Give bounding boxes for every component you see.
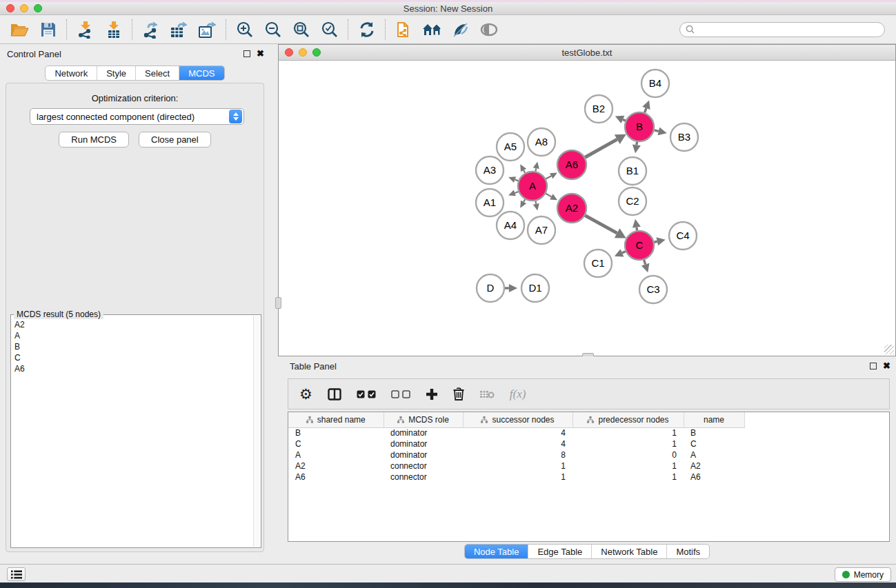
graph-edge-B-B2[interactable]	[623, 119, 626, 121]
show-hide-button[interactable]	[475, 19, 503, 41]
table-row[interactable]: A2connector11A2	[288, 460, 744, 472]
export-image-button[interactable]	[193, 19, 221, 41]
graph-edge-C-C1[interactable]	[622, 252, 626, 253]
deselect-all-button[interactable]	[391, 390, 410, 398]
graph-node-D[interactable]: D	[477, 274, 504, 302]
zoom-selected-button[interactable]	[315, 19, 344, 41]
add-row-button[interactable]	[426, 388, 438, 401]
task-history-button[interactable]	[7, 567, 26, 581]
table-row[interactable]: Adominator80A	[288, 449, 744, 460]
graph-node-C1[interactable]: C1	[584, 250, 612, 277]
graph-node-D1[interactable]: D1	[521, 274, 549, 302]
graph-edge-A-A8[interactable]	[535, 168, 536, 171]
column-header-shared-name[interactable]: shared name	[288, 412, 384, 427]
result-list-item[interactable]: B	[13, 341, 252, 352]
run-mcds-button[interactable]: Run MCDS	[59, 132, 129, 148]
tab-network-table[interactable]: Network Table	[591, 545, 666, 558]
result-list-item[interactable]: A	[13, 330, 252, 341]
table-row[interactable]: Cdominator41C	[288, 438, 744, 449]
optimization-criterion-dropdown[interactable]: largest connected component (directed)	[30, 108, 244, 125]
zoom-out-button[interactable]	[259, 19, 287, 41]
home-layout-button[interactable]	[418, 19, 446, 41]
open-session-button[interactable]	[6, 19, 34, 41]
result-list-item[interactable]: C	[13, 352, 252, 363]
table-row[interactable]: Bdominator41B	[288, 427, 744, 438]
graph-edge-C-C4[interactable]	[654, 241, 657, 242]
tab-style[interactable]: Style	[97, 66, 135, 80]
tab-network[interactable]: Network	[46, 66, 97, 80]
graph-node-A8[interactable]: A8	[528, 128, 555, 156]
close-panel-icon[interactable]: ✖	[257, 50, 264, 57]
graph-node-A3[interactable]: A3	[476, 156, 504, 184]
column-header-successor-nodes[interactable]: successor nodes	[463, 412, 573, 427]
close-panel-button[interactable]: Close panel	[139, 132, 211, 148]
network-canvas[interactable]: B4B2BB3B1C2A5A8A3AA1A4A7A6A2CC1C4C3DD1	[279, 61, 895, 356]
graph-node-A[interactable]: A	[518, 172, 547, 201]
float-panel-icon[interactable]	[243, 50, 250, 57]
graph-node-A4[interactable]: A4	[497, 212, 524, 239]
graph-node-B4[interactable]: B4	[641, 70, 669, 97]
tab-edge-table[interactable]: Edge Table	[528, 545, 591, 558]
refresh-button[interactable]	[352, 19, 381, 41]
zoom-in-button[interactable]	[230, 19, 259, 41]
graph-edge-A-A2[interactable]	[546, 194, 551, 197]
splitter-handle-left[interactable]	[275, 297, 281, 309]
zoom-fit-button[interactable]	[287, 19, 315, 41]
tab-select[interactable]: Select	[135, 66, 179, 80]
graph-edge-B-B1[interactable]	[637, 142, 637, 145]
graph-node-B[interactable]: B	[625, 112, 654, 141]
resize-grip-icon[interactable]	[884, 345, 894, 354]
graph-edge-A-A5[interactable]	[524, 170, 525, 173]
graph-node-B2[interactable]: B2	[585, 95, 613, 123]
column-header-predecessor-nodes[interactable]: predecessor nodes	[573, 412, 684, 427]
float-panel-icon[interactable]	[870, 363, 877, 369]
import-table-button[interactable]	[99, 19, 128, 41]
graph-node-B3[interactable]: B3	[670, 123, 698, 151]
search-input[interactable]	[698, 25, 879, 34]
result-list-item[interactable]: A2	[13, 319, 252, 330]
graph-node-A2[interactable]: A2	[557, 194, 586, 223]
tab-mcds[interactable]: MCDS	[179, 66, 223, 80]
table-row[interactable]: A6connector11A6	[288, 472, 744, 483]
graph-edge-A-A7[interactable]	[535, 201, 536, 204]
graph-edge-A6-B[interactable]	[585, 139, 617, 157]
graph-edge-B-B3[interactable]	[654, 130, 658, 131]
show-columns-button[interactable]	[328, 388, 341, 401]
graph-edge-A-A6[interactable]	[546, 176, 551, 179]
save-session-button[interactable]	[34, 19, 62, 41]
delete-table-button[interactable]	[479, 389, 495, 399]
delete-row-button[interactable]	[453, 387, 464, 401]
graph-node-A7[interactable]: A7	[528, 216, 555, 244]
graph-node-C3[interactable]: C3	[639, 276, 667, 303]
graph-node-C[interactable]: C	[625, 231, 654, 260]
clone-network-button[interactable]	[390, 19, 418, 41]
graph-node-A6[interactable]: A6	[557, 150, 586, 179]
table-settings-button[interactable]: ⚙	[299, 387, 312, 401]
graph-node-B1[interactable]: B1	[619, 157, 646, 185]
column-header-MCDS-role[interactable]: MCDS role	[384, 412, 463, 427]
select-all-button[interactable]	[357, 390, 376, 398]
result-scrollbar[interactable]	[253, 316, 260, 547]
export-table-button[interactable]	[165, 19, 193, 41]
graph-node-C2[interactable]: C2	[619, 187, 646, 215]
graph-edge-C-C2[interactable]	[637, 227, 637, 231]
graph-edge-C-C3[interactable]	[644, 260, 646, 265]
graph-edge-A-A4[interactable]	[524, 199, 525, 202]
result-list-item[interactable]: A6	[13, 363, 252, 374]
tab-node-table[interactable]: Node Table	[465, 545, 528, 558]
graph-edge-A-A1[interactable]	[515, 192, 518, 193]
close-panel-icon[interactable]: ✖	[883, 363, 890, 369]
export-network-button[interactable]	[137, 19, 165, 41]
graph-edge-B-B4[interactable]	[645, 108, 646, 113]
search-field[interactable]	[679, 22, 885, 37]
graph-node-A5[interactable]: A5	[497, 133, 524, 161]
annotation-button[interactable]	[446, 19, 475, 41]
graph-node-C4[interactable]: C4	[669, 222, 697, 250]
graph-edge-A-A3[interactable]	[515, 180, 519, 181]
function-builder-button[interactable]: f(x)	[510, 387, 526, 401]
memory-button[interactable]: Memory	[835, 567, 891, 582]
column-header-name[interactable]: name	[684, 412, 744, 427]
graph-edge-A2-C[interactable]	[585, 216, 617, 234]
tab-motifs[interactable]: Motifs	[666, 545, 709, 558]
graph-node-A1[interactable]: A1	[476, 189, 504, 216]
